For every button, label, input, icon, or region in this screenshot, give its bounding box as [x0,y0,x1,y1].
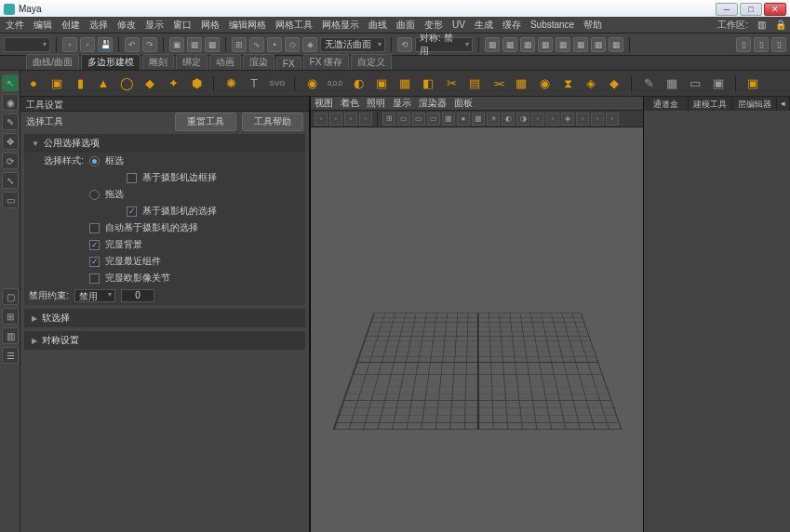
smooth-icon[interactable]: ◉ [535,74,554,93]
menu-edit[interactable]: 编辑 [33,19,52,32]
vp-menu-view[interactable]: 视图 [315,97,333,110]
paint-select-tool-icon[interactable]: ✎ [2,113,19,130]
snap-grid-icon[interactable]: ⊞ [232,37,247,52]
multicut-icon[interactable]: ✂ [442,74,461,93]
shelf-tab-anim[interactable]: 动画 [209,54,241,70]
panel-layout2-icon[interactable]: ▯ [754,37,769,52]
combine-icon[interactable]: ◉ [302,74,321,93]
close-button[interactable]: ✕ [764,3,786,16]
crease-icon[interactable]: ◆ [605,74,623,93]
scale-tool-icon[interactable]: ⤡ [2,172,19,189]
layout-four-icon[interactable]: ⊞ [2,308,19,325]
vp-shaded-icon[interactable]: ● [457,113,470,126]
menu-mesh-tools[interactable]: 网格工具 [275,19,313,32]
menu-mesh-display[interactable]: 网格显示 [322,19,359,32]
type-text-icon[interactable]: T [245,74,263,93]
poly-type-icon[interactable]: ✺ [221,74,240,93]
menu-windows[interactable]: 窗口 [173,19,192,32]
panel-layout3-icon[interactable]: ▯ [771,37,786,52]
insert-edge-icon[interactable]: ▤ [465,74,484,93]
drag-radio[interactable] [89,190,100,200]
save-scene-icon[interactable]: 💾 [98,37,113,52]
vp-image-plane-icon[interactable]: ▫ [359,113,372,126]
quad-draw-icon[interactable]: ▦ [512,74,530,93]
render-view-icon[interactable]: ▦ [538,37,553,52]
outliner-icon[interactable]: ▦ [591,37,606,52]
vp-motion-icon[interactable]: ▫ [546,113,559,126]
vp-shadow-icon[interactable]: ◐ [502,113,515,126]
vp-safe-icon[interactable]: ▭ [427,113,440,126]
select-component-icon[interactable]: ▩ [205,37,220,52]
shelf-tab-curves[interactable]: 曲线/曲面 [26,54,79,70]
connect-icon[interactable]: ⫘ [489,74,507,93]
vp-light-icon[interactable]: ☀ [487,113,500,126]
vp-ao-icon[interactable]: ◑ [516,113,529,126]
marquee-radio[interactable] [89,156,100,166]
menu-curves[interactable]: 曲线 [368,19,387,32]
highlight-detail-check[interactable] [89,273,100,284]
menu-surfaces[interactable]: 曲面 [396,19,415,32]
shelf-tab-fx[interactable]: FX [276,57,301,70]
shelf-tab-render[interactable]: 渲染 [243,54,274,70]
vp-texture-icon[interactable]: ▦ [472,113,485,126]
menu-display[interactable]: 显示 [145,19,164,32]
move-tool-icon[interactable]: ✥ [2,133,19,150]
auto-uv-icon[interactable]: ▣ [709,74,728,93]
lock-icon[interactable]: 🔒 [775,20,784,30]
shelf-tab-rigging[interactable]: 绑定 [176,54,208,70]
last-tool-icon[interactable]: ▭ [2,192,19,208]
shelf-tab-sculpt[interactable]: 雕刻 [142,54,174,70]
select-object-icon[interactable]: ▦ [187,37,202,52]
render-icon[interactable]: ▦ [485,37,500,52]
shelf-tab-poly[interactable]: 多边形建模 [81,54,141,70]
vp-isolate-icon[interactable]: ▫ [576,113,589,126]
highlight-bg-check[interactable] [89,240,100,250]
vp-x-joints-icon[interactable]: ▫ [591,113,604,126]
menu-substance[interactable]: Substance [530,20,574,30]
menu-edit-mesh[interactable]: 编辑网格 [229,19,266,32]
separate-icon[interactable]: 0,0,0 [326,74,344,93]
snap-surface-icon[interactable]: ◈ [302,37,317,52]
vp-gate-mask-icon[interactable]: ▭ [412,113,425,126]
svg-icon[interactable]: SVG [268,74,287,93]
undo-icon[interactable]: ↶ [125,37,140,52]
menu-generate[interactable]: 生成 [475,19,493,32]
menu-create[interactable]: 创建 [61,19,80,32]
menu-file[interactable]: 文件 [6,19,24,32]
poly-platonic-icon[interactable]: ⬢ [187,74,206,93]
poly-cylinder-icon[interactable]: ▮ [71,74,89,93]
vp-aa-icon[interactable]: ▫ [531,113,544,126]
menuset-dropdown[interactable] [4,37,50,52]
vp-menu-renderer[interactable]: 渲染器 [419,97,447,110]
vp-exposure-icon[interactable]: ▫ [606,113,619,126]
highlight-comp-check[interactable] [89,257,100,267]
common-options-header[interactable]: 公用选择选项 [24,134,305,153]
select-hierarchy-icon[interactable]: ▣ [169,37,184,52]
menu-help[interactable]: 帮助 [583,19,602,32]
vp-menu-panels[interactable]: 面板 [454,97,473,110]
menu-mesh[interactable]: 网格 [201,19,220,32]
poly-sphere-icon[interactable]: ● [24,74,43,93]
reset-tool-button[interactable]: 重置工具 [175,113,236,131]
menu-modify[interactable]: 修改 [117,19,136,32]
snap-plane-icon[interactable]: ◇ [285,37,300,52]
new-scene-icon[interactable]: ▫ [62,37,77,52]
snap-point-icon[interactable]: • [267,37,282,52]
vp-lock-cam-icon[interactable]: ▫ [329,113,342,126]
soft-select-header[interactable]: 软选择 [24,309,305,327]
disable-value-input[interactable]: 0 [121,289,154,302]
sidebar-toggle-icon[interactable]: ▥ [757,20,766,30]
subdiv-icon[interactable]: ◈ [582,74,600,93]
poly-cube-icon[interactable]: ▣ [47,74,66,93]
mirror-icon[interactable]: ⧗ [558,74,577,93]
ipr-icon[interactable]: ▦ [502,37,517,52]
graph-editor-icon[interactable]: ▦ [609,37,623,52]
outliner-toggle-icon[interactable]: ☰ [2,347,19,364]
vp-menu-shading[interactable]: 着色 [341,97,359,110]
tab-modeling-toolkit[interactable]: 建模工具 [689,97,733,111]
uv-editor-icon[interactable]: ▦ [663,74,681,93]
disable-dropdown[interactable]: 禁用 [74,289,115,302]
hypershade-icon[interactable]: ▦ [556,37,570,52]
rotate-tool-icon[interactable]: ⟳ [2,153,19,169]
history-icon[interactable]: ⟲ [397,37,412,52]
